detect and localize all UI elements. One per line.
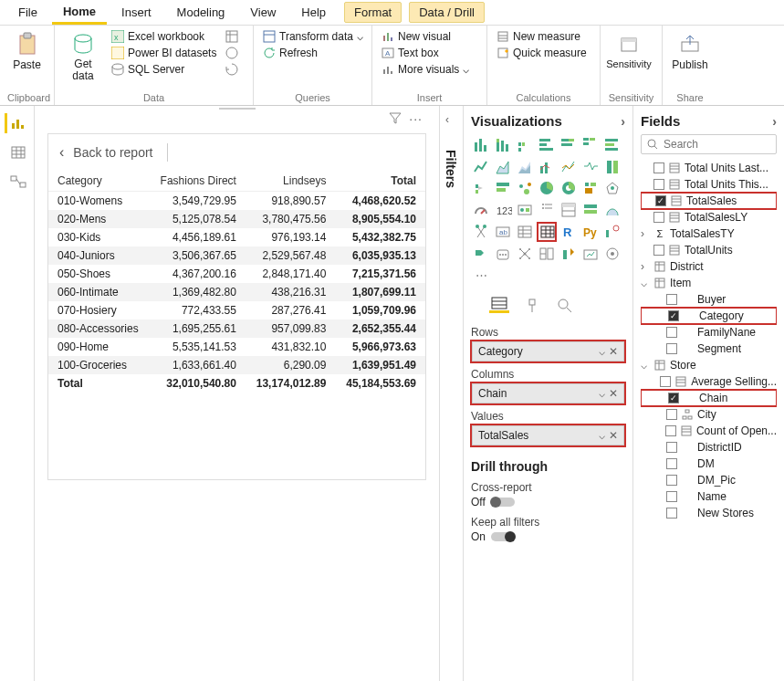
viz-type-icon[interactable]: Py bbox=[580, 222, 601, 242]
more-icon[interactable]: ··· bbox=[409, 111, 423, 126]
back-icon[interactable]: ‹ bbox=[59, 144, 64, 161]
checkbox[interactable] bbox=[666, 442, 677, 453]
table-row[interactable]: 020-Mens5,125,078.543,780,475.568,905,55… bbox=[48, 210, 425, 228]
viz-type-icon[interactable] bbox=[493, 178, 513, 198]
viz-type-icon[interactable] bbox=[559, 244, 579, 264]
chevron-right-icon[interactable]: › bbox=[621, 114, 625, 129]
field-row[interactable]: New Stores bbox=[641, 505, 777, 521]
publish-button[interactable]: Publish bbox=[670, 29, 710, 92]
field-row[interactable]: Segment bbox=[641, 340, 777, 357]
data-view-button[interactable] bbox=[5, 142, 30, 162]
field-row[interactable]: DM bbox=[641, 456, 777, 472]
viz-type-icon[interactable] bbox=[471, 222, 491, 242]
viz-type-icon[interactable] bbox=[515, 244, 535, 264]
dataverse-button[interactable] bbox=[224, 46, 240, 60]
viz-type-icon[interactable] bbox=[602, 244, 622, 264]
checkbox[interactable] bbox=[666, 458, 677, 469]
checkbox[interactable]: ✓ bbox=[655, 195, 666, 206]
viz-type-icon[interactable] bbox=[537, 178, 557, 198]
back-label[interactable]: Back to report bbox=[73, 145, 152, 160]
viz-type-icon[interactable] bbox=[537, 222, 557, 242]
tab-data-drill[interactable]: Data / Drill bbox=[409, 2, 485, 23]
checkbox[interactable] bbox=[653, 162, 664, 173]
viz-type-icon[interactable] bbox=[515, 200, 535, 220]
get-data-button[interactable]: Get data bbox=[62, 29, 104, 92]
viz-type-icon[interactable] bbox=[559, 134, 579, 154]
checkbox[interactable]: ✓ bbox=[668, 393, 679, 403]
table-row[interactable]: 070-Hosiery772,433.55287,276.411,059,709… bbox=[48, 301, 425, 320]
report-view-button[interactable] bbox=[5, 113, 30, 133]
chevron-right-icon[interactable]: › bbox=[772, 114, 777, 129]
checkbox[interactable] bbox=[666, 343, 677, 354]
col-category[interactable]: Category bbox=[48, 171, 150, 192]
field-row[interactable]: ✓Category bbox=[641, 308, 777, 324]
field-row[interactable]: FamilyNane bbox=[641, 324, 777, 340]
field-row[interactable]: ›ΣTotalSalesTY bbox=[641, 225, 777, 242]
viz-type-icon[interactable] bbox=[559, 178, 579, 198]
field-row[interactable]: Count of Open... bbox=[641, 423, 777, 439]
fields-well-tab[interactable] bbox=[489, 299, 509, 313]
viz-type-icon[interactable] bbox=[537, 200, 557, 220]
refresh-button[interactable]: Refresh bbox=[261, 46, 365, 60]
table-row[interactable]: 030-Kids4,456,189.61976,193.145,432,382.… bbox=[48, 228, 425, 246]
checkbox[interactable] bbox=[660, 376, 671, 387]
filters-pane-collapsed[interactable]: ‹ Filters bbox=[439, 106, 463, 681]
viz-type-icon[interactable] bbox=[493, 244, 513, 264]
field-row[interactable]: Total Units This... bbox=[641, 176, 777, 193]
viz-type-icon[interactable] bbox=[471, 156, 491, 176]
cols-field[interactable]: Chain⌵✕ bbox=[472, 383, 624, 403]
field-row[interactable]: City bbox=[641, 406, 777, 423]
viz-type-icon[interactable] bbox=[493, 134, 513, 154]
matrix-visual[interactable]: ‹ Back to report Category Fashions Direc… bbox=[47, 133, 426, 480]
excel-button[interactable]: xExcel workbook bbox=[110, 29, 218, 44]
new-visual-button[interactable]: New visual bbox=[380, 29, 471, 44]
viz-type-icon[interactable] bbox=[580, 134, 601, 154]
table-row[interactable]: 040-Juniors3,506,367.652,529,567.486,035… bbox=[48, 246, 425, 265]
viz-type-icon[interactable] bbox=[559, 200, 579, 220]
viz-type-icon[interactable] bbox=[602, 200, 622, 220]
checkbox[interactable]: ✓ bbox=[668, 310, 679, 321]
remove-icon[interactable]: ✕ bbox=[609, 387, 618, 400]
tab-view[interactable]: View bbox=[239, 2, 287, 23]
format-tab[interactable] bbox=[522, 299, 542, 313]
viz-type-icon[interactable] bbox=[559, 156, 579, 176]
table-row[interactable]: 080-Accessories1,695,255.61957,099.832,6… bbox=[48, 320, 425, 338]
col-lindseys[interactable]: Lindseys bbox=[246, 171, 336, 192]
tab-file[interactable]: File bbox=[7, 2, 48, 23]
tab-help[interactable]: Help bbox=[290, 2, 337, 23]
field-row[interactable]: DistrictID bbox=[641, 439, 777, 456]
table-row[interactable]: 060-Intimate1,369,482.80438,216.311,807,… bbox=[48, 283, 425, 301]
viz-type-icon[interactable] bbox=[602, 222, 622, 242]
table-row[interactable]: 100-Groceries1,633,661.406,290.091,639,9… bbox=[48, 356, 425, 374]
viz-type-icon[interactable] bbox=[580, 156, 601, 176]
viz-type-icon[interactable] bbox=[515, 156, 535, 176]
tab-home[interactable]: Home bbox=[52, 1, 107, 25]
viz-type-icon[interactable] bbox=[537, 134, 557, 154]
viz-type-icon[interactable] bbox=[580, 244, 601, 264]
text-box-button[interactable]: AText box bbox=[380, 46, 471, 60]
viz-type-icon[interactable]: ab bbox=[493, 222, 513, 242]
cross-report-toggle[interactable]: Off bbox=[471, 496, 625, 508]
field-row[interactable]: Average Selling... bbox=[641, 373, 777, 390]
enter-data-button[interactable] bbox=[224, 29, 240, 44]
field-row[interactable]: Name bbox=[641, 488, 777, 505]
rows-field[interactable]: Category⌵✕ bbox=[472, 341, 624, 361]
viz-type-icon[interactable] bbox=[515, 134, 535, 154]
viz-type-icon[interactable] bbox=[471, 134, 491, 154]
checkbox[interactable] bbox=[666, 327, 677, 338]
tab-insert[interactable]: Insert bbox=[110, 2, 162, 23]
field-row[interactable]: ⌵Item bbox=[641, 275, 777, 291]
checkbox[interactable] bbox=[653, 212, 664, 223]
paste-button[interactable]: Paste bbox=[7, 29, 47, 92]
table-row[interactable]: 010-Womens3,549,729.95918,890.574,468,62… bbox=[48, 192, 425, 211]
pbi-datasets-button[interactable]: Power BI datasets bbox=[110, 46, 218, 60]
keep-filters-toggle[interactable]: On bbox=[471, 530, 625, 543]
checkbox[interactable] bbox=[653, 179, 664, 190]
analytics-tab[interactable] bbox=[555, 299, 575, 313]
viz-type-icon[interactable]: 123 bbox=[493, 200, 513, 220]
viz-type-icon[interactable] bbox=[602, 156, 622, 176]
field-row[interactable]: Total Units Last... bbox=[641, 160, 777, 176]
checkbox[interactable] bbox=[666, 491, 677, 502]
viz-type-icon[interactable] bbox=[537, 156, 557, 176]
viz-type-icon[interactable]: R bbox=[559, 222, 579, 242]
